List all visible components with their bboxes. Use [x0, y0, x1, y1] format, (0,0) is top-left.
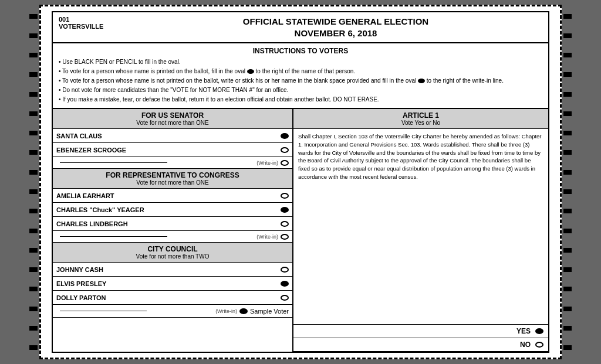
- write-in-city-council-label: (Write-in): [150, 308, 237, 314]
- article-text: Shall Chapter I, Section 103 of the Vote…: [293, 129, 548, 325]
- instructions-text: • Use BLACK PEN or PENCIL to fill in the…: [59, 57, 542, 104]
- instructions-section: INSTRUCTIONS TO VOTERS • Use BLACK PEN o…: [53, 43, 548, 109]
- vote-yes-row: YES: [293, 325, 548, 338]
- ballot-header: 001 VOTERSVILLE OFFICIAL STATEWIDE GENER…: [53, 12, 548, 43]
- timing-mark: [29, 267, 38, 272]
- timing-mark: [29, 72, 38, 77]
- timing-mark: [563, 14, 572, 19]
- oval-charles-yeager[interactable]: [281, 207, 289, 213]
- candidate-charles-lindbergh: CHARLES LINDBERGH: [53, 217, 292, 231]
- timing-mark: [29, 92, 38, 97]
- write-in-congress: (Write-in): [53, 231, 292, 243]
- timing-mark: [563, 326, 572, 331]
- timing-mark: [563, 345, 572, 350]
- oval-no[interactable]: [535, 342, 543, 348]
- timing-mark: [29, 307, 38, 311]
- timing-mark: [563, 248, 572, 253]
- candidate-name-ebenezer-scrooge: EBENEZER SCROOGE: [56, 147, 281, 154]
- oval-santa-claus[interactable]: [281, 133, 289, 139]
- vote-no-row: NO: [293, 338, 548, 352]
- timing-mark: [29, 14, 38, 19]
- timing-mark: [563, 307, 572, 311]
- candidate-name-dolly-parton: DOLLY PARTON: [56, 294, 281, 301]
- precinct-number: 001: [59, 16, 129, 23]
- page-wrapper: 001 VOTERSVILLE OFFICIAL STATEWIDE GENER…: [0, 0, 601, 364]
- oval-ebenezer-scrooge[interactable]: [281, 147, 289, 153]
- oval-elvis-presley[interactable]: [281, 281, 289, 287]
- race-congress-header: FOR REPRESENTATIVE TO CONGRESS Vote for …: [53, 169, 292, 189]
- timing-mark: [29, 248, 38, 253]
- write-in-congress-line: [60, 236, 167, 237]
- timing-mark: [29, 287, 38, 291]
- timing-mark: [563, 229, 572, 233]
- article-header: ARTICLE 1 Vote Yes or No: [293, 109, 548, 129]
- candidate-charles-yeager: CHARLES "Chuck" YEAGER: [53, 203, 292, 217]
- candidate-santa-claus: SANTA CLAUS: [53, 129, 292, 143]
- timing-mark: [563, 111, 572, 116]
- candidate-name-elvis-presley: ELVIS PRESLEY: [56, 280, 281, 287]
- timing-mark: [29, 229, 38, 233]
- timing-mark: [29, 326, 38, 331]
- races-column: FOR US SENATOR Vote for not more than ON…: [53, 109, 293, 352]
- timing-mark: [563, 287, 572, 291]
- timing-marks-right: [562, 6, 573, 358]
- candidate-name-amelia-earhart: AMELIA EARHART: [56, 192, 281, 199]
- oval-write-in-congress[interactable]: [281, 234, 289, 240]
- timing-mark: [563, 92, 572, 97]
- race-senator-subtitle: Vote for not more than ONE: [56, 120, 289, 126]
- write-in-city-council: (Write-in) Sample Voter: [53, 305, 292, 318]
- election-date: NOVEMBER 6, 2018: [129, 28, 542, 39]
- timing-mark: [563, 33, 572, 38]
- write-in-city-council-line: [60, 311, 147, 311]
- write-in-senator-line: [60, 162, 167, 163]
- election-title-text: OFFICIAL STATEWIDE GENERAL ELECTION: [129, 16, 542, 28]
- race-congress-subtitle: Vote for not more than ONE: [56, 179, 289, 186]
- sample-voter-text: Sample Voter: [250, 308, 289, 315]
- race-city-council-title: CITY COUNCIL: [56, 245, 289, 253]
- candidate-name-charles-lindbergh: CHARLES LINDBERGH: [56, 220, 281, 227]
- oval-write-in-senator[interactable]: [281, 160, 289, 166]
- timing-mark: [563, 267, 572, 272]
- timing-mark: [29, 345, 38, 350]
- ballot-inner: 001 VOTERSVILLE OFFICIAL STATEWIDE GENER…: [52, 11, 549, 353]
- oval-write-in-city-council[interactable]: [239, 308, 248, 314]
- timing-mark: [29, 53, 38, 57]
- candidate-amelia-earhart: AMELIA EARHART: [53, 189, 292, 203]
- oval-johnny-cash[interactable]: [281, 267, 289, 273]
- timing-mark: [563, 209, 572, 213]
- write-in-congress-label: (Write-in): [171, 234, 278, 240]
- candidate-name-charles-yeager: CHARLES "Chuck" YEAGER: [56, 206, 281, 213]
- oval-dolly-parton[interactable]: [281, 295, 289, 301]
- timing-mark: [29, 150, 38, 155]
- timing-mark: [29, 189, 38, 194]
- election-title: OFFICIAL STATEWIDE GENERAL ELECTION NOVE…: [129, 16, 542, 39]
- instruction-line-2: • To vote for a person whose name is pri…: [59, 67, 542, 76]
- ballot-outer: 001 VOTERSVILLE OFFICIAL STATEWIDE GENER…: [39, 5, 562, 359]
- vote-no-label: NO: [298, 341, 531, 349]
- instructions-title: INSTRUCTIONS TO VOTERS: [59, 47, 542, 55]
- timing-mark: [563, 170, 572, 175]
- timing-mark: [29, 33, 38, 38]
- oval-amelia-earhart[interactable]: [281, 193, 289, 199]
- oval-yes[interactable]: [535, 328, 543, 334]
- write-in-senator: (Write-in): [53, 157, 292, 169]
- article-subtitle: Vote Yes or No: [297, 120, 545, 126]
- timing-mark: [29, 111, 38, 116]
- candidate-ebenezer-scrooge: EBENEZER SCROOGE: [53, 143, 292, 157]
- race-city-council-header: CITY COUNCIL Vote for not more than TWO: [53, 243, 292, 263]
- precinct-name: VOTERSVILLE: [59, 23, 129, 30]
- candidate-dolly-parton: DOLLY PARTON: [53, 291, 292, 305]
- timing-marks-left: [28, 6, 39, 358]
- instruction-line-1: • Use BLACK PEN or PENCIL to fill in the…: [59, 57, 542, 66]
- timing-mark: [29, 170, 38, 175]
- write-in-senator-label: (Write-in): [171, 160, 278, 166]
- timing-mark: [563, 189, 572, 194]
- article-column: ARTICLE 1 Vote Yes or No Shall Chapter I…: [293, 109, 548, 352]
- precinct-info: 001 VOTERSVILLE: [59, 16, 129, 30]
- timing-mark: [563, 53, 572, 57]
- timing-mark: [563, 150, 572, 155]
- oval-charles-lindbergh[interactable]: [281, 221, 289, 227]
- instruction-line-3: • To vote for a person whose name is not…: [59, 76, 542, 85]
- timing-mark: [29, 131, 38, 135]
- race-senator-title: FOR US SENATOR: [56, 111, 289, 120]
